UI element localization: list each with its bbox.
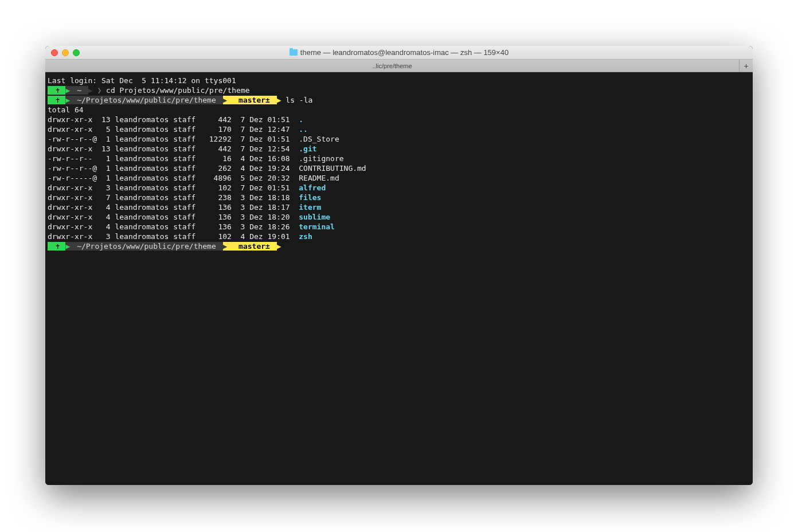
titlebar: theme — leandromatos@leandromatos-imac —…: [45, 46, 753, 60]
listing-meta: drwxr-xr-x 7 leandromatos staff 238 3 De…: [48, 193, 299, 202]
listing-meta: drwxr-xr-x 3 leandromatos staff 102 7 De…: [48, 183, 299, 192]
chevron-icon: ▶: [277, 96, 281, 104]
listing-row: drwxr-xr-x 4 leandromatos staff 136 3 De…: [48, 212, 750, 222]
terminal-body[interactable]: Last login: Sat Dec 5 11:14:12 on ttys00…: [45, 72, 753, 485]
listing-meta: drwxr-xr-x 13 leandromatos staff 442 7 D…: [48, 115, 299, 124]
listing-meta: drwxr-xr-x 4 leandromatos staff 136 3 De…: [48, 203, 299, 212]
window-title: theme — leandromatos@leandromatos-imac —…: [51, 48, 747, 57]
prompt-line: ✝ ▶ ~ ▶ ❯ cd Projetos/www/public/pre/the…: [48, 85, 750, 95]
listing-meta: drwxr-xr-x 13 leandromatos staff 442 7 D…: [48, 144, 299, 153]
listing-name: iterm: [299, 203, 321, 212]
listing-row: drwxr-xr-x 7 leandromatos staff 238 3 De…: [48, 193, 750, 202]
listing-meta: drwxr-xr-x 5 leandromatos staff 170 7 De…: [48, 125, 299, 134]
listing-row: drwxr-xr-x 13 leandromatos staff 442 7 D…: [48, 144, 750, 154]
listing-name: terminal: [299, 222, 335, 231]
listing-name: README.md: [299, 174, 339, 182]
total-line: total 64: [48, 105, 750, 115]
listing-row: -rw-r-----@ 1 leandromatos staff 4896 5 …: [48, 173, 750, 183]
prompt-path: ~: [70, 86, 88, 95]
tab-theme[interactable]: ..lic/pre/theme: [45, 62, 739, 69]
listing-meta: -rw-r--r-- 1 leandromatos staff 16 4 Dez…: [48, 154, 299, 163]
listing-meta: drwxr-xr-x 3 leandromatos staff 102 4 De…: [48, 232, 299, 241]
listing-name: .: [299, 115, 303, 124]
listing-name: .gitignore: [299, 154, 343, 163]
listing-meta: -rw-r--r--@ 1 leandromatos staff 12292 7…: [48, 135, 299, 143]
listing-row: drwxr-xr-x 5 leandromatos staff 170 7 De…: [48, 124, 750, 134]
prompt-line: ✝ ▶ ~/Projetos/www/public/pre/theme ▶ ma…: [48, 95, 750, 105]
listing-name: CONTRIBUTING.md: [299, 164, 366, 173]
chevron-icon: ▶: [277, 242, 281, 251]
prompt-anchor: ✝: [48, 242, 65, 251]
prompt-line: ✝ ▶ ~/Projetos/www/public/pre/theme ▶ ma…: [48, 241, 750, 251]
listing-row: drwxr-xr-x 4 leandromatos staff 136 3 De…: [48, 222, 750, 232]
listing-row: -rw-r--r--@ 1 leandromatos staff 262 4 D…: [48, 163, 750, 173]
new-tab-button[interactable]: +: [739, 60, 753, 72]
command-text: cd Projetos/www/public/pre/theme: [106, 86, 249, 95]
listing-name: ..: [299, 125, 308, 134]
listing-row: -rw-r--r-- 1 leandromatos staff 16 4 Dez…: [48, 154, 750, 163]
listing-name: zsh: [299, 232, 312, 241]
terminal-window: theme — leandromatos@leandromatos-imac —…: [45, 46, 753, 485]
listing-row: drwxr-xr-x 3 leandromatos staff 102 7 De…: [48, 183, 750, 193]
listing-name: .git: [299, 144, 316, 153]
listing-name: sublime: [299, 213, 330, 221]
window-title-text: theme — leandromatos@leandromatos-imac —…: [300, 48, 508, 57]
listing-row: -rw-r--r--@ 1 leandromatos staff 12292 7…: [48, 134, 750, 144]
listing-row: drwxr-xr-x 3 leandromatos staff 102 4 De…: [48, 232, 750, 241]
listing-meta: -rw-r-----@ 1 leandromatos staff 4896 5 …: [48, 174, 299, 182]
close-button[interactable]: [51, 49, 58, 56]
chevron-icon: ❯: [97, 86, 101, 95]
chevron-icon: ▶: [88, 86, 93, 95]
maximize-button[interactable]: [73, 49, 80, 56]
listing-row: drwxr-xr-x 4 leandromatos staff 136 3 De…: [48, 202, 750, 212]
listing-row: drwxr-xr-x 13 leandromatos staff 442 7 D…: [48, 115, 750, 124]
prompt-path: ~/Projetos/www/public/pre/theme: [70, 242, 222, 251]
prompt-path: ~/Projetos/www/public/pre/theme: [70, 96, 222, 104]
listing-name: .DS_Store: [299, 135, 339, 143]
git-branch: master±: [227, 96, 276, 104]
listing-name: files: [299, 193, 321, 202]
command-text: ls -la: [285, 96, 312, 104]
tab-bar: ..lic/pre/theme +: [45, 60, 753, 72]
folder-icon: [290, 49, 298, 56]
minimize-button[interactable]: [62, 49, 69, 56]
listing-meta: -rw-r--r--@ 1 leandromatos staff 262 4 D…: [48, 164, 299, 173]
git-branch: master±: [227, 242, 276, 251]
traffic-lights: [51, 49, 80, 56]
prompt-anchor: ✝: [48, 96, 65, 104]
listing-name: alfred: [299, 183, 326, 192]
prompt-anchor: ✝: [48, 86, 65, 95]
last-login-line: Last login: Sat Dec 5 11:14:12 on ttys00…: [48, 76, 750, 85]
listing-meta: drwxr-xr-x 4 leandromatos staff 136 3 De…: [48, 222, 299, 231]
listing-meta: drwxr-xr-x 4 leandromatos staff 136 3 De…: [48, 213, 299, 221]
